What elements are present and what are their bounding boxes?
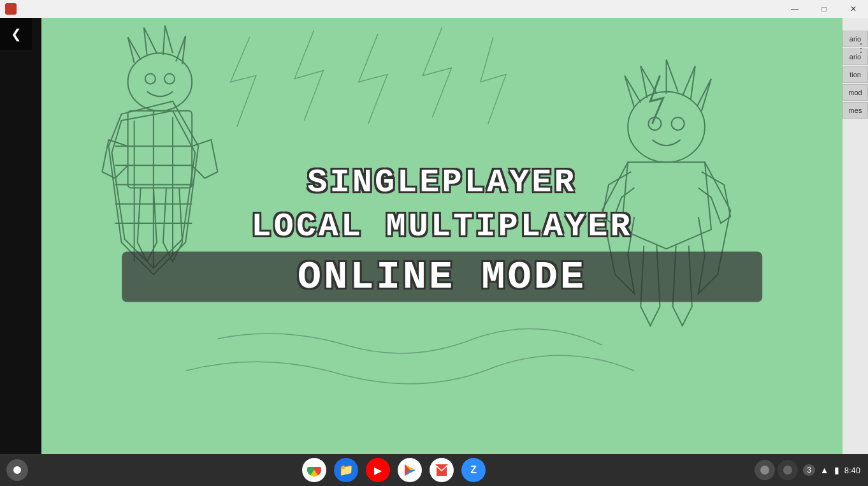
panel-item-mod[interactable]: mod [843, 84, 868, 101]
app-zoom[interactable]: Z [461, 458, 486, 482]
panel-item-action[interactable]: tion [843, 66, 868, 83]
time-display: 8:40 [844, 466, 860, 475]
youtube-icon: ▶ [374, 464, 382, 476]
title-bar: — □ ✕ [0, 0, 868, 18]
svg-point-10 [164, 74, 175, 84]
app-gmail[interactable] [430, 458, 454, 482]
minimize-button[interactable]: — [780, 0, 809, 18]
left-black-bar [0, 18, 41, 454]
battery-icon: ▮ [834, 465, 839, 475]
close-button[interactable]: ✕ [839, 0, 868, 18]
right-panel: ⋮ ario ario tion mod mes [843, 18, 868, 454]
back-button[interactable]: ❮ [0, 18, 32, 50]
wifi-icon: ▲ [820, 465, 829, 475]
menu-item-local-multiplayer[interactable]: LOCAL MULTIPLAYER [122, 208, 763, 246]
gmail-icon [434, 464, 449, 476]
title-bar-left [0, 3, 17, 15]
taskbar-left [0, 459, 33, 481]
notification-badge[interactable]: 3 [803, 464, 815, 476]
svg-point-14 [672, 117, 684, 130]
zoom-icon: Z [470, 464, 477, 476]
menu-item-singleplayer[interactable]: SINGLEPLAYER [122, 164, 763, 202]
system-tray-icon2[interactable] [778, 460, 798, 480]
menu-container: SINGLEPLAYER LOCAL MULTIPLAYER ONLINE MO… [122, 164, 763, 309]
app-chrome[interactable] [302, 458, 326, 482]
system-tray-icon1[interactable] [755, 460, 775, 480]
app-icon [5, 3, 17, 15]
more-options-button[interactable]: ⋮ [855, 41, 867, 55]
chrome-icon [306, 462, 322, 478]
title-bar-controls: — □ ✕ [780, 0, 868, 18]
system-icon[interactable] [6, 459, 28, 481]
app-play-store[interactable] [398, 458, 422, 482]
app-files[interactable]: 📁 [334, 458, 358, 482]
files-icon: 📁 [339, 463, 353, 477]
play-store-icon [403, 463, 417, 477]
taskbar-center: 📁 ▶ Z [33, 458, 755, 482]
panel-item-games[interactable]: mes [843, 102, 868, 119]
app-youtube[interactable]: ▶ [366, 458, 390, 482]
svg-point-9 [145, 74, 156, 84]
menu-item-online-mode[interactable]: ONLINE MODE [122, 252, 763, 302]
taskbar: 📁 ▶ Z [0, 454, 868, 486]
game-area: SINGLEPLAYER LOCAL MULTIPLAYER ONLINE MO… [41, 18, 843, 454]
taskbar-right: 3 ▲ ▮ 8:40 [755, 460, 868, 480]
svg-point-12 [628, 92, 705, 163]
maximize-button[interactable]: □ [809, 0, 839, 18]
